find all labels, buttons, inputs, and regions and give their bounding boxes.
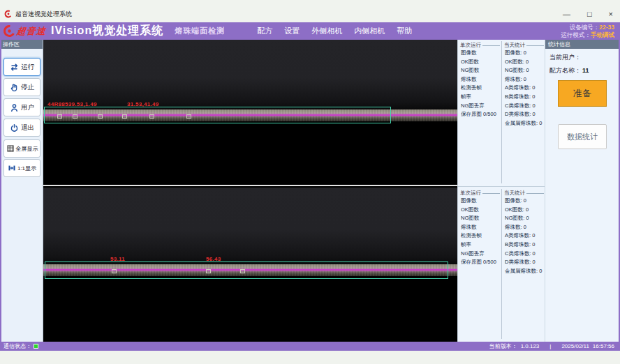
window-left-border bbox=[0, 40, 1, 351]
stat-row: 图像数: 0 bbox=[504, 49, 544, 58]
feature-marker bbox=[186, 114, 191, 119]
stat-row: 保存原图 0/500 bbox=[460, 258, 500, 267]
one-to-one-icon bbox=[8, 164, 16, 172]
stat-row: C类熔珠数: 0 bbox=[504, 102, 544, 111]
data-statistics-button[interactable]: 数据统计 bbox=[558, 124, 607, 149]
feature-marker bbox=[206, 269, 211, 273]
daily-stats-rows: 图像数: 0OK图数: 0NG图数: 0熔珠数: 0A类熔珠数: 0B类熔珠数:… bbox=[504, 197, 544, 275]
stop-button[interactable]: 停止 bbox=[3, 78, 40, 96]
recipe-name-label: 配方名称： bbox=[549, 67, 581, 74]
menu-item-settings[interactable]: 设置 bbox=[284, 26, 300, 36]
menu-item-recipe[interactable]: 配方 bbox=[257, 26, 272, 36]
daily-stats-group: 当天统计 图像数: 0OK图数: 0NG图数: 0熔珠数: 0A类熔珠数: 0B… bbox=[504, 42, 544, 185]
stop-button-label: 停止 bbox=[21, 83, 34, 92]
viewport-background bbox=[43, 188, 457, 264]
window-controls: — □ × bbox=[563, 9, 613, 19]
single-run-group: 单次运行 图像数OK图数NG图数熔珠数检测丢帧帧率NG图丢弃保存原图 0/500 bbox=[460, 42, 500, 185]
minimize-icon[interactable]: — bbox=[563, 9, 570, 19]
stat-row: A类熔珠数: 0 bbox=[504, 84, 544, 93]
run-mode-value: 手动调试 bbox=[591, 31, 614, 38]
status-time: 16:57:56 bbox=[593, 343, 614, 349]
stat-row: 帧率 bbox=[460, 93, 500, 102]
stat-row: B类熔珠数: 0 bbox=[504, 241, 544, 250]
stat-row: 图像数: 0 bbox=[504, 197, 544, 206]
stat-row: 金属屑熔珠数: 0 bbox=[504, 119, 544, 128]
main-area: 操作区 运行 停止 bbox=[0, 40, 620, 342]
device-number-label: 设备编号： bbox=[570, 24, 600, 31]
fullscreen-button-label: 全屏显示 bbox=[16, 145, 38, 153]
stat-row: OK图数: 0 bbox=[504, 58, 544, 67]
one-to-one-button[interactable]: 1:1显示 bbox=[3, 159, 40, 177]
stats-section-bottom: 单次运行 图像数OK图数NG图数熔珠数检测丢帧帧率NG图丢弃保存原图 0/500… bbox=[458, 188, 545, 342]
comm-status-label: 通信状态： bbox=[3, 342, 31, 350]
window-titlebar: 超音速视觉处理系统 — □ × bbox=[0, 6, 620, 22]
device-info: 设备编号：22-33 运行模式：手动调试 bbox=[561, 24, 620, 39]
recipe-name-value: 11 bbox=[582, 67, 589, 74]
stat-row: A类熔珠数: 0 bbox=[504, 232, 544, 241]
stat-row: 图像数 bbox=[460, 197, 500, 206]
comm-status-indicator bbox=[34, 344, 38, 349]
close-icon[interactable]: × bbox=[609, 9, 613, 19]
feature-marker bbox=[98, 114, 103, 119]
feature-marker bbox=[240, 269, 245, 273]
measurement-annotation: 56.43 bbox=[206, 256, 221, 262]
fullscreen-grid-icon bbox=[6, 144, 15, 153]
fullscreen-button[interactable]: 全屏显示 bbox=[3, 139, 40, 158]
stat-row: OK图数 bbox=[460, 58, 500, 67]
run-button[interactable]: 运行 bbox=[3, 58, 40, 76]
divider bbox=[501, 189, 502, 339]
feature-marker bbox=[122, 114, 127, 119]
menu-item-help[interactable]: 帮助 bbox=[397, 26, 412, 36]
current-user-label: 当前用户： bbox=[549, 54, 581, 61]
stat-row: NG图数 bbox=[460, 66, 500, 75]
measurement-annotation: 44R88539.53,1.49 bbox=[47, 101, 97, 107]
stat-row: 帧率 bbox=[460, 241, 500, 250]
prepare-button[interactable]: 准备 bbox=[558, 80, 607, 107]
stats-section-top: 单次运行 图像数OK图数NG图数熔珠数检测丢帧帧率NG图丢弃保存原图 0/500… bbox=[458, 40, 545, 187]
stat-row: 熔珠数: 0 bbox=[504, 223, 544, 232]
exit-button-label: 退出 bbox=[21, 123, 34, 132]
one-to-one-button-label: 1:1显示 bbox=[17, 165, 36, 172]
measurement-annotation: 53.11 bbox=[110, 256, 125, 262]
app-subtitle: 熔珠端面检测 bbox=[175, 26, 225, 36]
stat-row: 熔珠数: 0 bbox=[504, 75, 544, 84]
stat-row: 图像数 bbox=[460, 49, 500, 58]
divider bbox=[501, 41, 502, 183]
camera-viewports: 44R88539.53,1.49 31.53,41.49 53.11 56.43 bbox=[43, 40, 457, 342]
maximize-icon[interactable]: □ bbox=[587, 9, 592, 19]
daily-stats-title: 当天统计 bbox=[504, 42, 544, 49]
stat-row: 熔珠数 bbox=[460, 75, 500, 84]
app-header: 超音速 IVision视觉处理系统 熔珠端面检测 配方 设置 外侧相机 内侧相机… bbox=[0, 22, 620, 40]
operation-sidebar: 操作区 运行 停止 bbox=[0, 40, 43, 342]
user-button-label: 用户 bbox=[21, 103, 34, 112]
stat-row: NG图丢弃 bbox=[460, 250, 500, 259]
run-button-label: 运行 bbox=[21, 63, 34, 72]
daily-stats-group: 当天统计 图像数: 0OK图数: 0NG图数: 0熔珠数: 0A类熔珠数: 0B… bbox=[504, 190, 544, 340]
info-panel: 统计信息 当前用户： 配方名称：11 准备 数据统计 bbox=[545, 40, 620, 342]
single-run-group: 单次运行 图像数OK图数NG图数熔珠数检测丢帧帧率NG图丢弃保存原图 0/500 bbox=[460, 190, 500, 340]
single-run-title: 单次运行 bbox=[460, 42, 500, 49]
stat-row: D类熔珠数: 0 bbox=[504, 110, 544, 119]
stat-row: NG图数: 0 bbox=[504, 214, 544, 223]
menu-item-inner-camera[interactable]: 内侧相机 bbox=[354, 26, 385, 36]
feature-marker bbox=[112, 269, 117, 273]
exit-button[interactable]: 退出 bbox=[3, 119, 40, 137]
daily-stats-rows: 图像数: 0OK图数: 0NG图数: 0熔珠数: 0A类熔珠数: 0B类熔珠数:… bbox=[504, 49, 544, 128]
status-bar: 通信状态： 当前版本： 1.0.123 | 2025/02/11 16:57:5… bbox=[0, 342, 620, 351]
run-icon bbox=[10, 63, 19, 72]
menu-item-outer-camera[interactable]: 外侧相机 bbox=[311, 26, 342, 36]
stat-row: OK图数: 0 bbox=[504, 206, 544, 215]
detection-bounding-box bbox=[45, 261, 448, 279]
daily-stats-title: 当天统计 bbox=[504, 190, 544, 197]
stat-row: 保存原图 0/500 bbox=[460, 110, 500, 119]
stat-row: NG图数 bbox=[460, 214, 500, 223]
run-mode-label: 运行模式： bbox=[561, 31, 591, 38]
stat-row: NG图数: 0 bbox=[504, 66, 544, 75]
status-date: 2025/02/11 bbox=[561, 343, 589, 349]
user-icon bbox=[10, 103, 19, 112]
power-icon bbox=[10, 123, 19, 132]
user-button[interactable]: 用户 bbox=[3, 98, 40, 116]
single-run-rows: 图像数OK图数NG图数熔珠数检测丢帧帧率NG图丢弃保存原图 0/500 bbox=[460, 49, 500, 119]
stat-row: B类熔珠数: 0 bbox=[504, 93, 544, 102]
stat-row: 熔珠数 bbox=[460, 223, 500, 232]
